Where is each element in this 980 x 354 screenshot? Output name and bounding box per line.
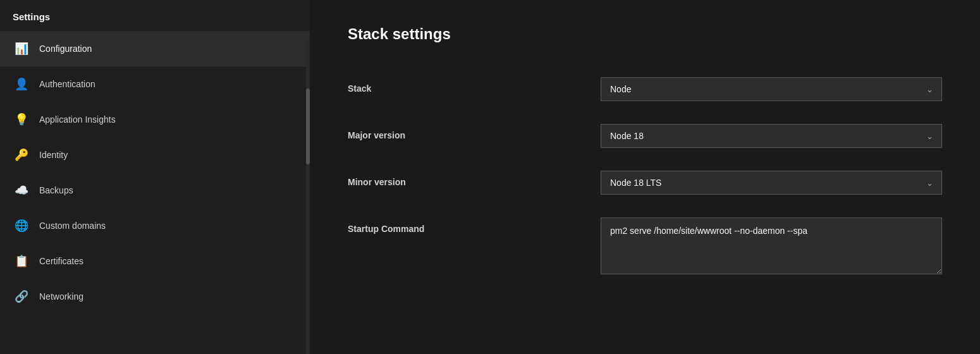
sidebar-scrollbar-thumb — [306, 88, 310, 164]
sidebar-item-authentication[interactable]: 👤 Authentication — [0, 66, 310, 102]
page-title: Stack settings — [348, 25, 942, 43]
sidebar-item-label-application-insights: Application Insights — [39, 114, 116, 125]
minor-version-select-wrapper: Node 18 LTS Node 18.0 Node 18.1 ⌄ — [601, 171, 942, 195]
sidebar-item-label-identity: Identity — [39, 150, 68, 160]
sidebar-item-application-insights[interactable]: 💡 Application Insights — [0, 102, 310, 137]
stack-row: Stack Node .NET Java Python PHP Ruby ⌄ — [348, 66, 942, 113]
networking-icon: 🔗 — [13, 288, 30, 305]
backups-icon: ☁️ — [13, 181, 30, 199]
main-content: Stack settings Stack Node .NET Java Pyth… — [310, 0, 980, 354]
stack-control: Node .NET Java Python PHP Ruby ⌄ — [601, 77, 942, 101]
minor-version-select[interactable]: Node 18 LTS Node 18.0 Node 18.1 — [601, 171, 942, 195]
sidebar-item-networking[interactable]: 🔗 Networking — [0, 279, 310, 314]
major-version-select-wrapper: Node 18 Node 16 Node 14 Node 20 ⌄ — [601, 124, 942, 148]
major-version-row: Major version Node 18 Node 16 Node 14 No… — [348, 113, 942, 159]
major-version-control: Node 18 Node 16 Node 14 Node 20 ⌄ — [601, 124, 942, 148]
sidebar-item-label-networking: Networking — [39, 291, 83, 302]
sidebar-item-custom-domains[interactable]: 🌐 Custom domains — [0, 208, 310, 243]
sidebar-item-label-certificates: Certificates — [39, 256, 83, 266]
major-version-select[interactable]: Node 18 Node 16 Node 14 Node 20 — [601, 124, 942, 148]
sidebar-heading: Settings — [0, 0, 310, 31]
sidebar-item-label-backups: Backups — [39, 185, 73, 195]
authentication-icon: 👤 — [13, 75, 30, 93]
sidebar-scrollbar[interactable] — [306, 38, 310, 354]
sidebar: Settings 📊 Configuration 👤 Authenticatio… — [0, 0, 310, 354]
identity-icon: 🔑 — [13, 146, 30, 164]
sidebar-item-configuration[interactable]: 📊 Configuration — [0, 31, 310, 66]
startup-command-textarea[interactable]: pm2 serve /home/site/wwwroot --no-daemon… — [601, 217, 942, 274]
major-version-label: Major version — [348, 124, 601, 140]
sidebar-item-identity[interactable]: 🔑 Identity — [0, 137, 310, 173]
startup-command-control: pm2 serve /home/site/wwwroot --no-daemon… — [601, 217, 942, 276]
sidebar-item-label-authentication: Authentication — [39, 79, 95, 89]
sidebar-item-backups[interactable]: ☁️ Backups — [0, 173, 310, 208]
sidebar-item-label-custom-domains: Custom domains — [39, 221, 106, 231]
minor-version-label: Minor version — [348, 171, 601, 187]
stack-select[interactable]: Node .NET Java Python PHP Ruby — [601, 77, 942, 101]
stack-label: Stack — [348, 77, 601, 94]
custom-domains-icon: 🌐 — [13, 217, 30, 235]
startup-command-row: Startup Command pm2 serve /home/site/www… — [348, 206, 942, 288]
sidebar-item-certificates[interactable]: 📋 Certificates — [0, 243, 310, 279]
sidebar-item-label-configuration: Configuration — [39, 44, 92, 54]
minor-version-row: Minor version Node 18 LTS Node 18.0 Node… — [348, 159, 942, 206]
startup-command-label: Startup Command — [348, 217, 601, 234]
certificates-icon: 📋 — [13, 252, 30, 270]
minor-version-control: Node 18 LTS Node 18.0 Node 18.1 ⌄ — [601, 171, 942, 195]
application-insights-icon: 💡 — [13, 111, 30, 128]
configuration-icon: 📊 — [13, 40, 30, 58]
stack-settings-form: Stack Node .NET Java Python PHP Ruby ⌄ M… — [348, 66, 942, 288]
stack-select-wrapper: Node .NET Java Python PHP Ruby ⌄ — [601, 77, 942, 101]
